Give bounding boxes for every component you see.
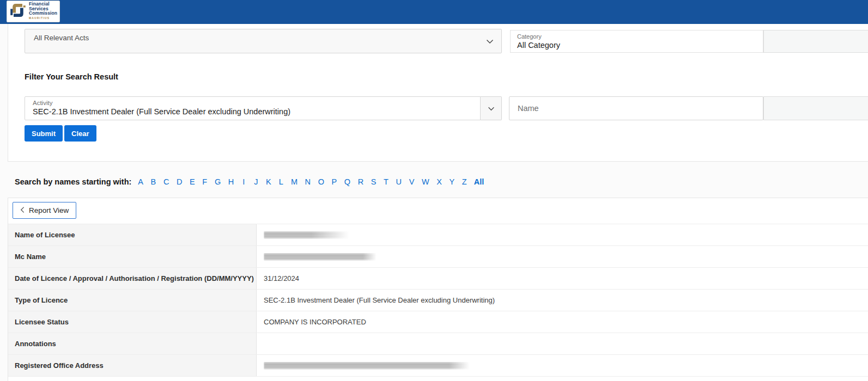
- activity-field-label: Activity: [33, 100, 472, 106]
- alphabet-letter-link[interactable]: B: [151, 177, 156, 186]
- redacted-value: [264, 362, 470, 370]
- row-value: [257, 246, 868, 267]
- row-label: Annotations: [8, 333, 257, 354]
- report-view-button[interactable]: Report View: [13, 202, 76, 219]
- chevron-down-icon: [488, 103, 495, 113]
- alphabet-all-link[interactable]: All: [474, 177, 484, 186]
- row-label: Registered Office Address: [8, 355, 257, 376]
- alphabet-search-title: Search by names starting with:: [15, 177, 131, 186]
- alphabet-letter-link[interactable]: S: [371, 177, 377, 186]
- table-row: Type of Licence SEC-2.1B Investment Deal…: [8, 290, 868, 311]
- alphabet-letter-link[interactable]: M: [291, 177, 298, 186]
- fsc-logo[interactable]: Financial Services Commission MAURITIUS: [7, 1, 60, 22]
- category-field-value: All Category: [517, 41, 756, 50]
- filter-section-title: Filter Your Search Result: [25, 72, 118, 81]
- alphabet-letter-link[interactable]: R: [358, 177, 363, 186]
- alphabet-letter-link[interactable]: W: [422, 177, 429, 186]
- search-filter-panel: All Relevant Acts Category All Category …: [8, 24, 868, 162]
- activity-combobox[interactable]: Activity SEC-2.1B Investment Dealer (Ful…: [25, 96, 481, 120]
- cutoff-field: [763, 30, 868, 53]
- alphabet-letter-link[interactable]: F: [202, 177, 207, 186]
- row-value: COMPANY IS INCORPORATED: [257, 311, 868, 333]
- row-value: SEC-2.1B Investment Dealer (Full Service…: [257, 290, 868, 311]
- report-panel: Report View Name of Licensee Mc Name Dat…: [8, 198, 868, 381]
- category-field-label: Category: [517, 33, 756, 40]
- chevron-left-icon: [20, 206, 25, 215]
- name-input[interactable]: [509, 96, 763, 120]
- table-row: Name of Licensee: [8, 224, 868, 246]
- row-label: Type of Licence: [8, 290, 257, 311]
- alphabet-letter-link[interactable]: N: [305, 177, 311, 186]
- alphabet-letter-links: ABCDEFGHIJKLMNOPQRSTUVWXYZ: [138, 177, 466, 186]
- alphabet-letter-link[interactable]: E: [190, 177, 195, 186]
- row-value: [257, 224, 868, 245]
- row-value: 31/12/2024: [257, 268, 868, 289]
- alphabet-letter-link[interactable]: J: [253, 177, 258, 186]
- table-row: Licensee Status COMPANY IS INCORPORATED: [8, 311, 868, 333]
- alphabet-letter-link[interactable]: P: [332, 177, 337, 186]
- table-row: Registered Office Address: [8, 355, 868, 377]
- row-value: [257, 355, 868, 376]
- cutoff-field: [763, 96, 868, 120]
- alphabet-letter-link[interactable]: H: [228, 177, 234, 186]
- page: Financial Services Commission MAURITIUS …: [0, 0, 868, 381]
- alphabet-letter-link[interactable]: X: [436, 177, 442, 186]
- alphabet-letter-link[interactable]: L: [278, 177, 283, 186]
- submit-button[interactable]: Submit: [25, 125, 63, 142]
- alphabet-search-row: Search by names starting with: ABCDEFGHI…: [15, 177, 484, 186]
- fsc-logo-mark-icon: [9, 2, 27, 21]
- chevron-down-icon: [486, 36, 494, 46]
- alphabet-letter-link[interactable]: K: [266, 177, 271, 186]
- table-row: Mc Name: [8, 246, 868, 268]
- alphabet-letter-link[interactable]: Z: [462, 177, 467, 186]
- licensee-detail-table: Name of Licensee Mc Name Date of Licence…: [8, 224, 868, 377]
- alphabet-letter-link[interactable]: A: [138, 177, 143, 186]
- report-view-button-label: Report View: [29, 206, 69, 214]
- alphabet-letter-link[interactable]: G: [215, 177, 221, 186]
- alphabet-letter-link[interactable]: I: [241, 177, 246, 186]
- table-row: Date of Licence / Approval / Authorisati…: [8, 268, 868, 290]
- alphabet-letter-link[interactable]: O: [318, 177, 324, 186]
- top-navbar: [0, 0, 868, 24]
- row-label: Mc Name: [8, 246, 257, 267]
- fsc-logo-text: Financial Services Commission MAURITIUS: [29, 2, 57, 21]
- alphabet-letter-link[interactable]: D: [177, 177, 182, 186]
- activity-field-value: SEC-2.1B Investment Dealer (Full Service…: [33, 107, 472, 116]
- relevant-acts-selected-value: All Relevant Acts: [34, 34, 89, 42]
- alphabet-letter-link[interactable]: U: [396, 177, 402, 186]
- redacted-value: [264, 231, 351, 239]
- alphabet-letter-link[interactable]: C: [163, 177, 169, 186]
- activity-dropdown-button[interactable]: [481, 96, 502, 120]
- alphabet-letter-link[interactable]: T: [384, 177, 389, 186]
- row-label: Date of Licence / Approval / Authorisati…: [8, 268, 257, 289]
- clear-button[interactable]: Clear: [64, 125, 96, 142]
- alphabet-letter-link[interactable]: Y: [450, 177, 455, 186]
- relevant-acts-select[interactable]: All Relevant Acts: [25, 29, 502, 53]
- row-value: [257, 333, 868, 354]
- row-label: Name of Licensee: [8, 224, 257, 245]
- row-label: Licensee Status: [8, 311, 257, 333]
- redacted-value: [264, 253, 377, 261]
- alphabet-letter-link[interactable]: Q: [344, 177, 350, 186]
- table-row: Annotations: [8, 333, 868, 355]
- category-field[interactable]: Category All Category: [510, 30, 763, 53]
- alphabet-letter-link[interactable]: V: [409, 177, 415, 186]
